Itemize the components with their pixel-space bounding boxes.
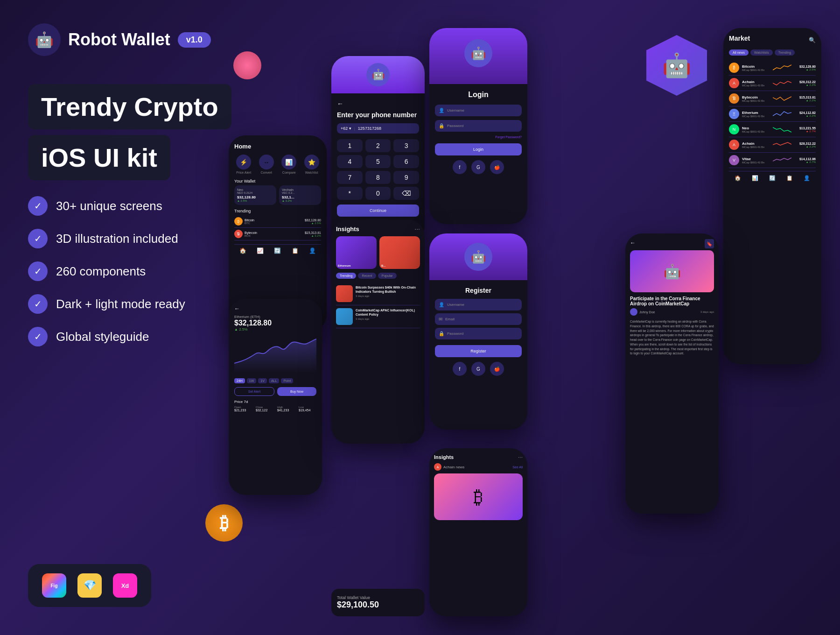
numpad-star[interactable]: * bbox=[337, 187, 363, 200]
numpad-1[interactable]: 1 bbox=[337, 139, 363, 152]
feature-item: ✓ 3D illustration included bbox=[28, 229, 185, 248]
news-item-cmc[interactable]: CoinMarketCap APAC Influencer(KOL) Conte… bbox=[336, 305, 420, 328]
price-alert-action[interactable]: ⚡ Price Alert bbox=[236, 155, 251, 174]
insights-tab-trending[interactable]: Trending bbox=[336, 273, 356, 279]
feature-text-3: 260 components bbox=[56, 264, 146, 279]
news-item-bitcoin[interactable]: Bitcoin Surpasses $40k With On-Chain Ind… bbox=[336, 282, 420, 305]
password-field[interactable]: 🔒 Password bbox=[435, 120, 522, 132]
time-tab-1v[interactable]: 1V bbox=[258, 378, 267, 383]
screen-login: 🤖 Login 👤 Username 🔒 Password Forget Pas… bbox=[429, 28, 527, 224]
mnav-chart-icon[interactable]: 📊 bbox=[752, 175, 758, 181]
register-button[interactable]: Register bbox=[435, 345, 522, 357]
continue-button[interactable]: Continue bbox=[337, 205, 419, 217]
time-tab-1w[interactable]: 1W bbox=[247, 378, 257, 383]
time-tab-all[interactable]: ALL bbox=[269, 378, 279, 383]
google-login-button[interactable]: G bbox=[471, 160, 485, 174]
watchlist-action[interactable]: ⭐ Watchlist bbox=[304, 155, 319, 174]
screen-phone-number: 🤖 ← Enter your phone number +62 ▾ | 1257… bbox=[331, 56, 425, 243]
set-alert-button[interactable]: Set Alert bbox=[234, 387, 274, 396]
reg-google-button[interactable]: G bbox=[471, 362, 485, 376]
compare-action[interactable]: 📊 Compare bbox=[281, 155, 296, 174]
trending-row-bitcoin[interactable]: ₿ Bitcoin BTC $32,128.80 ▲ 2.5% bbox=[234, 215, 321, 228]
nav-swap-icon[interactable]: 🔄 bbox=[274, 247, 281, 254]
login-title: Login bbox=[435, 91, 522, 99]
mnav-history-icon[interactable]: 📋 bbox=[786, 175, 793, 181]
mnav-home-icon[interactable]: 🏠 bbox=[735, 175, 741, 181]
market-row-bitcoin[interactable]: ₿ Bitcoin MCap $993.43 Bn $32,128.80 ▲ 2… bbox=[729, 60, 816, 76]
market-tab-watchlists[interactable]: Watchlists bbox=[750, 49, 773, 56]
reg-password-field[interactable]: 🔒 Password bbox=[435, 328, 522, 339]
reg-apple-button[interactable]: 🍎 bbox=[490, 362, 504, 376]
apple-login-button[interactable]: 🍎 bbox=[490, 160, 504, 174]
market-row-neo[interactable]: N Neo MCap $993.43 Bn $13,221.55 ▲ 2.7% bbox=[729, 122, 816, 137]
numpad-2[interactable]: 2 bbox=[365, 139, 391, 152]
achain-row: A Achain news See All bbox=[434, 463, 523, 471]
numpad-5[interactable]: 5 bbox=[365, 155, 391, 168]
time-tab-24h[interactable]: 24H bbox=[234, 378, 245, 383]
wallet-card-neo[interactable]: Neo NEO 0.2124 $32,128.80 ▲ 2.5% bbox=[234, 185, 276, 205]
numpad-0[interactable]: 0 bbox=[365, 187, 391, 200]
country-code[interactable]: +62 ▾ bbox=[341, 126, 351, 131]
buy-now-button[interactable]: Buy Now bbox=[277, 387, 316, 396]
time-tab-point[interactable]: Point bbox=[281, 378, 293, 383]
numpad-7[interactable]: 7 bbox=[337, 171, 363, 184]
market-row-vitae[interactable]: V Vitae MCap $993.43 Bn $14,112.86 ▲ 2.7… bbox=[729, 153, 816, 168]
bytecoin-coin-icon: Ɓ bbox=[729, 93, 739, 104]
reg-facebook-button[interactable]: f bbox=[453, 362, 467, 376]
nav-history-icon[interactable]: 📋 bbox=[292, 247, 299, 254]
see-all-link[interactable]: See All bbox=[512, 466, 523, 469]
market-row-achain2[interactable]: A Achain MCap $993.43 Bn $28,312.22 ▲ 2.… bbox=[729, 137, 816, 153]
wallet-card-vechain[interactable]: Vechain VEC 0.2... $32,1... ▲ 3.2% bbox=[279, 185, 321, 205]
article-bookmark-icon[interactable]: 🔖 bbox=[705, 239, 714, 248]
facebook-login-button[interactable]: f bbox=[453, 160, 467, 174]
numpad-3[interactable]: 3 bbox=[393, 139, 419, 152]
screen-insights: Insights ··· Ethereum B... Trending Rece… bbox=[331, 219, 425, 444]
trending-row-bytecoin[interactable]: Ɓ Bytecoin BCN $15,313.81 ▲ 3.2% bbox=[234, 228, 321, 240]
numpad-4[interactable]: 4 bbox=[337, 155, 363, 168]
convert-action[interactable]: ↔ Convert bbox=[259, 155, 274, 174]
insights-tab-recent[interactable]: Recent bbox=[358, 273, 376, 279]
header: 🤖 Robot Wallet v1.0 bbox=[28, 23, 211, 56]
article-time: 3 days ago bbox=[700, 310, 714, 313]
insights2-more-button[interactable]: ··· bbox=[518, 454, 523, 460]
phone-input-field[interactable]: +62 ▾ | 1257317268 bbox=[337, 123, 419, 134]
check-icon-2: ✓ bbox=[28, 229, 48, 248]
insight-card-2[interactable]: B... bbox=[379, 236, 420, 269]
insight-card-label-2: B... bbox=[381, 264, 385, 267]
feature-text-4: Dark + light mode ready bbox=[56, 297, 185, 311]
username-field[interactable]: 👤 Username bbox=[435, 105, 522, 116]
price-close: Close $32,122 bbox=[256, 406, 273, 412]
wallet-value-amount: $29,100.50 bbox=[337, 600, 419, 610]
market-row-bytecoin[interactable]: Ɓ Bytecoin MCap $993.43 Bn $15,313.81 ▲ … bbox=[729, 91, 816, 106]
market-row-ethereum[interactable]: Ξ Etherium MCap $993.43 Bn $24,112.82 ▲ … bbox=[729, 106, 816, 122]
nav-profile-icon[interactable]: 👤 bbox=[309, 247, 316, 254]
vitae-coin-icon: V bbox=[729, 155, 739, 165]
insights2-featured-card[interactable]: ₿ bbox=[434, 473, 523, 520]
mnav-swap-icon[interactable]: 🔄 bbox=[769, 175, 776, 181]
mnav-profile-icon[interactable]: 👤 bbox=[804, 175, 810, 181]
robot-illustration-area: 🤖 bbox=[639, 19, 714, 112]
numpad-8[interactable]: 8 bbox=[365, 171, 391, 184]
nav-home-icon[interactable]: 🏠 bbox=[239, 247, 246, 254]
numpad-6[interactable]: 6 bbox=[393, 155, 419, 168]
insights-tab-popular[interactable]: Popular bbox=[378, 273, 397, 279]
article-back-button[interactable]: ← bbox=[630, 240, 636, 246]
eth-back-button[interactable]: ← bbox=[234, 305, 316, 312]
numpad-9[interactable]: 9 bbox=[393, 171, 419, 184]
market-search-icon[interactable]: 🔍 bbox=[809, 37, 816, 43]
forgot-password-link[interactable]: Forget Password? bbox=[435, 135, 522, 139]
nav-chart-icon[interactable]: 📈 bbox=[257, 247, 264, 254]
market-tab-allnews[interactable]: All news bbox=[729, 49, 749, 56]
insights-more-button[interactable]: ··· bbox=[414, 225, 420, 233]
reg-username-placeholder: Username bbox=[447, 303, 464, 307]
reg-username-field[interactable]: 👤 Username bbox=[435, 299, 522, 310]
market-row-achain[interactable]: A Achain MCap $993.43 Bn $28,312.22 ▲ 2.… bbox=[729, 76, 816, 91]
news-time-2: 3 days ago bbox=[356, 318, 420, 320]
numpad-backspace[interactable]: ⌫ bbox=[393, 187, 419, 200]
reg-email-field[interactable]: ✉ Email bbox=[435, 313, 522, 325]
phone-back-button[interactable]: ← bbox=[337, 100, 419, 107]
login-button[interactable]: Login bbox=[435, 143, 522, 155]
market-tab-trending[interactable]: Trending bbox=[775, 49, 795, 56]
insight-card-ethereum[interactable]: Ethereum bbox=[336, 236, 377, 269]
article-title: Participate in the Corra Finance Airdrop… bbox=[630, 296, 714, 306]
